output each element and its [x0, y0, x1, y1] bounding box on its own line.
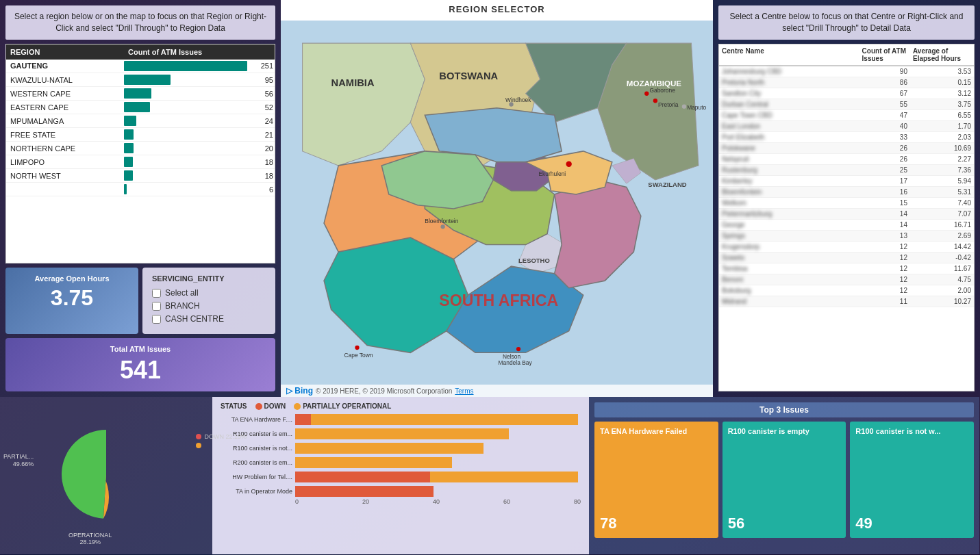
centre-avg-cell: 6.55: [910, 109, 974, 120]
centre-row[interactable]: Bloemfontein165.31: [719, 186, 974, 197]
cash-centre-input[interactable]: [152, 315, 161, 324]
partial-dot: [294, 403, 301, 410]
region-name-cell: FREE STATE: [6, 128, 124, 142]
centre-row[interactable]: George1416.71: [719, 219, 974, 230]
red-bar: [295, 472, 430, 482]
svg-point-8: [644, 92, 649, 96]
pie-chart: [62, 430, 151, 519]
top3-card[interactable]: R100 canister is not w...49: [850, 422, 974, 538]
centre-name-cell: Krugersdorp: [719, 241, 859, 252]
centre-count-cell: 33: [859, 131, 910, 142]
top3-cards: TA ENA Hardware Failed78R100 canister is…: [594, 422, 974, 538]
centre-row[interactable]: Boksburg122.00: [719, 285, 974, 296]
region-name-cell: NORTHERN CAPE: [6, 142, 124, 155]
centre-row[interactable]: Welkom157.40: [719, 197, 974, 208]
region-bar-cell: 20: [124, 142, 275, 155]
cash-centre-checkbox[interactable]: CASH CENTRE: [152, 314, 266, 324]
bottom-section: PARTIAL...49.66% DOWN 22.15%: [0, 397, 980, 554]
centre-row[interactable]: Nelspruit262.27: [719, 153, 974, 164]
centre-count-cell: 26: [859, 142, 910, 153]
centre-row[interactable]: Durban Central553.75: [719, 99, 974, 109]
top3-card[interactable]: R100 canister is empty56: [723, 422, 846, 538]
bar-label: R200 canister is em...: [221, 459, 292, 466]
centre-avg-cell: 2.00: [910, 285, 974, 296]
centre-row[interactable]: Midrand1110.27: [719, 296, 974, 307]
left-instructions: Select a region below or on the map to f…: [5, 5, 275, 40]
centre-count-cell: 12: [859, 274, 910, 285]
region-row[interactable]: MPUMALANGA24: [6, 114, 275, 128]
avg-hours-card: Average Open Hours 3.75: [5, 268, 138, 334]
region-name-cell: MPUMALANGA: [6, 114, 124, 128]
map-terms[interactable]: Terms: [455, 387, 473, 395]
top3-title: Top 3 Issues: [594, 402, 974, 417]
region-col-header: REGION: [6, 44, 124, 60]
centre-avg-cell: 2.27: [910, 153, 974, 164]
region-bar-cell: 18: [124, 169, 275, 183]
centre-row[interactable]: Soweto12-0.42: [719, 252, 974, 263]
select-all-checkbox[interactable]: Select all: [152, 288, 266, 298]
centre-row[interactable]: Cape Town CBD476.55: [719, 109, 974, 120]
centre-row[interactable]: Kimberley175.94: [719, 175, 974, 186]
svg-point-19: [440, 224, 444, 229]
centre-name-cell: Johannesburg CBD: [719, 66, 859, 77]
top3-card[interactable]: TA ENA Hardware Failed78: [594, 422, 718, 538]
top3-card-label: TA ENA Hardware Failed: [600, 427, 713, 435]
region-row[interactable]: 6: [6, 183, 275, 196]
centre-row[interactable]: Johannesburg CBD903.53: [719, 66, 974, 77]
select-all-input[interactable]: [152, 289, 161, 298]
region-row[interactable]: NORTH WEST18: [6, 169, 275, 183]
centre-row[interactable]: Pretoria North860.15: [719, 77, 974, 88]
map-copyright: © 2019 HERE, © 2019 Microsoft Corporatio…: [316, 387, 452, 395]
map-container[interactable]: NAMIBIA BOTSWANA MOZAMBIQUE SWAZILAND SW…: [281, 21, 713, 397]
centre-row[interactable]: East London401.70: [719, 120, 974, 131]
centre-row[interactable]: Sandton City673.12: [719, 88, 974, 99]
centre-name-header: Centre Name: [719, 44, 859, 66]
servicing-title: SERVICING_ENTITY: [152, 274, 266, 283]
cash-centre-label: CASH CENTRE: [165, 314, 224, 324]
region-count: 18: [124, 172, 275, 180]
region-row[interactable]: EASTERN CAPE52: [6, 101, 275, 114]
region-count: 6: [124, 185, 275, 194]
centre-count-cell: 12: [859, 285, 910, 296]
centre-count-cell: 90: [859, 66, 910, 77]
centre-row[interactable]: Polokwane2610.69: [719, 142, 974, 153]
svg-text:BOTSWANA: BOTSWANA: [439, 70, 498, 81]
centre-row[interactable]: Pietermaritzburg147.07: [719, 208, 974, 219]
centre-avg-cell: 3.75: [910, 99, 974, 109]
region-row[interactable]: LIMPOPO18: [6, 155, 275, 169]
region-row[interactable]: GAUTENG251: [6, 60, 275, 73]
centre-row[interactable]: Benoni124.75: [719, 274, 974, 285]
centre-row[interactable]: Tembisa1211.67: [719, 263, 974, 274]
region-row[interactable]: FREE STATE21: [6, 128, 275, 142]
branch-input[interactable]: [152, 302, 161, 311]
centre-row[interactable]: Rustenburg257.36: [719, 164, 974, 175]
region-row[interactable]: NORTHERN CAPE20: [6, 142, 275, 155]
branch-checkbox[interactable]: BRANCH: [152, 301, 266, 311]
down-legend: DOWN: [255, 402, 286, 410]
region-row[interactable]: WESTERN CAPE56: [6, 87, 275, 101]
region-map[interactable]: NAMIBIA BOTSWANA MOZAMBIQUE SWAZILAND SW…: [281, 21, 713, 397]
centre-row[interactable]: Krugersdorp1214.42: [719, 241, 974, 252]
svg-text:Cape Town: Cape Town: [344, 352, 373, 359]
centre-count-cell: 11: [859, 296, 910, 307]
centre-name-cell: Kimberley: [719, 175, 859, 186]
region-count: 251: [124, 62, 275, 70]
centre-avg-cell: 3.53: [910, 66, 974, 77]
centre-avg-cell: 7.40: [910, 197, 974, 208]
region-bar-cell: 251: [124, 60, 275, 73]
bar-container: [295, 428, 581, 439]
red-bar: [295, 486, 434, 497]
centre-row[interactable]: Port Elizabeth332.03: [719, 131, 974, 142]
total-issues-card: Total ATM Issues 541: [5, 338, 275, 391]
partial-legend-label: PARTIALLY OPERATIONAL: [303, 402, 391, 410]
top3-card-count: 56: [728, 515, 841, 532]
total-issues-value: 541: [15, 356, 266, 385]
centre-name-cell: Tembisa: [719, 263, 859, 274]
down-legend-label: DOWN: [264, 402, 286, 410]
centre-row[interactable]: Springs132.69: [719, 230, 974, 241]
region-name-cell: LIMPOPO: [6, 155, 124, 169]
map-panel[interactable]: REGION SELECTOR: [281, 0, 713, 397]
region-bar-cell: 6: [124, 183, 275, 196]
branch-label: BRANCH: [165, 301, 200, 311]
region-row[interactable]: KWAZULU-NATAL95: [6, 73, 275, 87]
